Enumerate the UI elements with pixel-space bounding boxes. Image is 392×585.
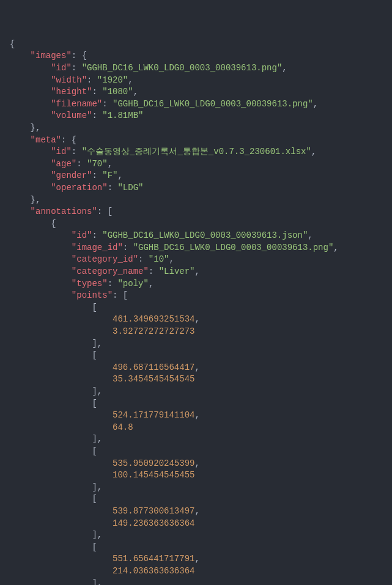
- json-punct: ,: [194, 554, 199, 564]
- json-punct: [10, 326, 113, 336]
- json-punct: ,: [169, 254, 174, 264]
- json-punct: :: [92, 171, 102, 180]
- json-number: 3.92727272727273: [113, 326, 194, 336]
- json-string: "10": [149, 254, 169, 264]
- json-string: "GGHB_DC16_LWK0_LDG0_0003_00039613.png": [82, 63, 283, 73]
- json-punct: ,: [194, 267, 199, 276]
- json-punct: ,: [311, 147, 316, 156]
- json-punct: :: [102, 99, 113, 109]
- json-punct: },: [10, 195, 40, 205]
- json-punct: [10, 566, 113, 576]
- json-punct: ,: [194, 410, 199, 420]
- code-line: ],: [0, 529, 392, 542]
- json-punct: [10, 518, 113, 528]
- json-key: "category_name": [72, 267, 149, 276]
- json-punct: : [: [113, 290, 128, 300]
- json-punct: : {: [72, 51, 87, 61]
- json-number: 524.171779141104: [113, 410, 194, 420]
- json-punct: [10, 506, 113, 516]
- json-punct: ,: [149, 279, 153, 289]
- json-number: 149.236363636364: [113, 518, 194, 528]
- json-punct: ,: [117, 171, 122, 180]
- code-line: "age": "70",: [0, 158, 392, 171]
- code-line: "category_id": "10",: [0, 254, 392, 266]
- json-string: "수술동영상_증례기록서_통합본_v0.7.3_230601.xlsx": [82, 147, 311, 156]
- code-line: 3.92727272727273: [0, 326, 392, 338]
- code-line: },: [0, 122, 392, 134]
- json-number: 214.036363636364: [113, 566, 194, 576]
- code-line: "category_name": "Liver",: [0, 266, 392, 278]
- code-line: },: [0, 194, 392, 207]
- json-punct: [10, 147, 51, 156]
- code-line: 64.8: [0, 422, 392, 434]
- json-number: 539.877300613497: [113, 506, 194, 516]
- json-punct: [10, 87, 51, 97]
- code-line: [: [0, 493, 392, 506]
- code-line: {: [0, 218, 392, 230]
- json-punct: ,: [194, 506, 199, 516]
- json-punct: :: [149, 267, 159, 276]
- code-line: ],: [0, 386, 392, 398]
- json-punct: [10, 51, 31, 61]
- json-punct: [10, 470, 113, 480]
- json-number: 35.3454545454545: [113, 374, 194, 384]
- json-code-block: { "images": { "id": "GGHB_DC16_LWK0_LDG0…: [0, 39, 392, 585]
- code-line: "filename": "GGHB_DC16_LWK0_LDG0_0003_00…: [0, 98, 392, 111]
- code-line: "width": "1920",: [0, 75, 392, 87]
- json-punct: [: [10, 446, 97, 456]
- json-string: "GGHB_DC16_LWK0_LDG0_0003_00039613.png": [113, 99, 313, 109]
- code-line: ],: [0, 433, 392, 446]
- code-line: "height": "1080",: [0, 86, 392, 98]
- code-line: "volume": "1.81MB": [0, 110, 392, 122]
- code-line: "id": "GGHB_DC16_LWK0_LDG0_0003_00039613…: [0, 230, 392, 242]
- json-number: 496.687116564417: [113, 362, 194, 372]
- code-line: [: [0, 350, 392, 362]
- json-key: "category_id": [72, 254, 138, 264]
- json-punct: [10, 183, 51, 193]
- json-key: "volume": [51, 111, 92, 120]
- code-line: 214.036363636364: [0, 565, 392, 578]
- code-line: ],: [0, 338, 392, 350]
- json-number: 535.950920245399: [113, 458, 194, 468]
- json-punct: :: [92, 230, 102, 240]
- json-number: 461.349693251534: [113, 314, 194, 324]
- json-punct: [: [10, 303, 97, 312]
- json-punct: [10, 207, 31, 216]
- json-punct: [: [10, 494, 97, 504]
- json-punct: : {: [61, 135, 76, 145]
- code-line: ],: [0, 482, 392, 494]
- json-punct: {: [10, 219, 56, 229]
- json-key: "height": [51, 87, 92, 97]
- json-punct: {: [10, 39, 15, 49]
- json-punct: [10, 243, 72, 252]
- json-punct: ],: [10, 482, 102, 492]
- json-punct: [10, 111, 51, 120]
- json-string: "poly": [117, 279, 148, 289]
- json-punct: :: [72, 147, 82, 156]
- code-line: "annotations": [: [0, 206, 392, 218]
- json-punct: [10, 554, 113, 564]
- json-punct: ,: [133, 87, 138, 97]
- json-punct: ,: [282, 63, 287, 73]
- json-punct: :: [92, 111, 102, 120]
- json-punct: [10, 99, 51, 109]
- code-line: "images": {: [0, 50, 392, 62]
- json-number: 64.8: [113, 422, 133, 432]
- json-string: "Liver": [159, 267, 195, 276]
- json-punct: [10, 290, 72, 300]
- code-line: 149.236363636364: [0, 518, 392, 530]
- code-line: "image_id": "GGHB_DC16_LWK0_LDG0_0003_00…: [0, 242, 392, 254]
- json-key: "id": [72, 230, 92, 240]
- json-key: "meta": [31, 135, 61, 145]
- json-punct: ,: [333, 243, 338, 252]
- code-line: 100.145454545455: [0, 469, 392, 482]
- json-punct: :: [123, 243, 133, 252]
- json-key: "filename": [51, 99, 102, 109]
- json-punct: : [: [97, 207, 113, 216]
- json-punct: [10, 171, 51, 180]
- code-line: "types": "poly",: [0, 278, 392, 290]
- json-punct: [10, 422, 113, 432]
- json-key: "operation": [51, 183, 107, 193]
- code-line: 551.656441717791,: [0, 553, 392, 565]
- json-punct: ],: [10, 386, 102, 396]
